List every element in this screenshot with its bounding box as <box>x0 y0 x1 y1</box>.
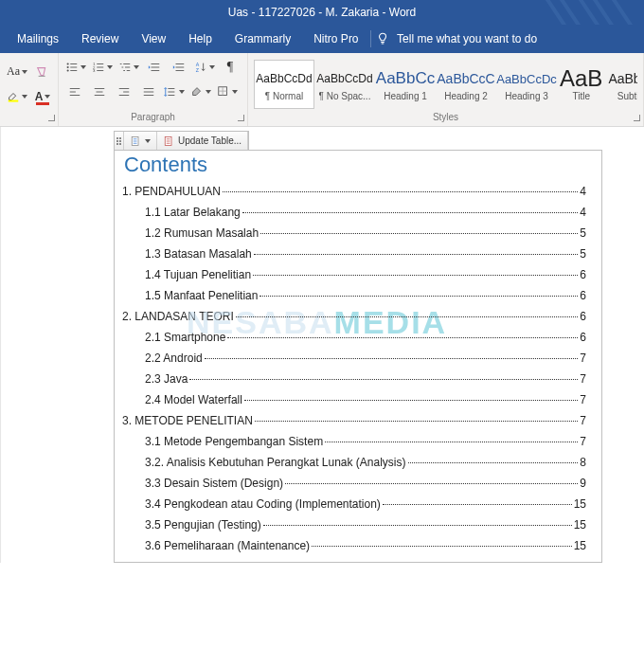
toc-entry[interactable]: 1.1 Latar Belakang 4 <box>122 206 586 219</box>
ribbon-tab-mailings[interactable]: Mailings <box>6 25 70 53</box>
toc-page-number: 5 <box>580 247 586 261</box>
ribbon-tab-help[interactable]: Help <box>177 25 224 53</box>
paragraph-group-label: Paragraph <box>59 111 247 126</box>
document-area[interactable]: Update Table... Contents NESABAMEDIA 1. … <box>0 127 644 563</box>
svg-text:A: A <box>196 62 200 67</box>
align-center-button[interactable] <box>89 81 110 102</box>
borders-button[interactable] <box>216 81 239 102</box>
svg-text:Z: Z <box>196 67 200 73</box>
lightbulb-icon <box>376 32 389 45</box>
update-table-label: Update Table... <box>178 135 242 146</box>
toc-page-number: 9 <box>580 477 586 490</box>
font-group-label <box>0 111 58 126</box>
toc-page-number: 7 <box>580 393 586 406</box>
window-title: Uas - 117227026 - M. Zakaria - Word <box>228 6 417 19</box>
style-item-heading-3[interactable]: AaBbCcDcHeading 3 <box>496 60 557 109</box>
svg-rect-5 <box>9 99 19 101</box>
toc-menu-button[interactable] <box>124 132 157 150</box>
toc-entry[interactable]: 2.2 Android 7 <box>122 352 586 365</box>
toc-entry[interactable]: 2.3 Java 7 <box>122 372 586 386</box>
toc-entry[interactable]: 2. LANDASAN TEORI 6 <box>122 310 586 323</box>
toc-page-number: 6 <box>580 289 586 302</box>
svg-point-8 <box>67 69 69 71</box>
show-marks-button[interactable]: ¶ <box>220 57 241 78</box>
clear-formatting-button[interactable] <box>32 62 53 82</box>
tell-me-label: Tell me what you want to do <box>397 32 537 45</box>
sort-button[interactable]: AZ <box>193 57 216 78</box>
toc-entry[interactable]: 1. PENDAHULUAN 4 <box>122 185 586 198</box>
line-spacing-button[interactable] <box>163 81 186 102</box>
toc-frame[interactable]: Update Table... Contents NESABAMEDIA 1. … <box>114 150 602 563</box>
toc-page-number: 4 <box>580 185 586 198</box>
toc-entry[interactable]: 3.2. Analisis Kebutuhan Perangkat Lunak … <box>122 456 586 469</box>
toc-page-number: 6 <box>580 268 586 281</box>
ribbon-tab-view[interactable]: View <box>130 25 177 53</box>
toc-drag-handle[interactable] <box>115 132 124 150</box>
toc-title: Contents <box>122 151 586 177</box>
toc-page-number: 6 <box>580 331 586 344</box>
document-icon <box>130 135 141 147</box>
toc-page-number: 7 <box>580 414 586 427</box>
toc-entry[interactable]: 3.1 Metode Pengembangan Sistem 7 <box>122 435 586 448</box>
align-left-button[interactable] <box>64 81 85 102</box>
tell-me-box[interactable]: Tell me what you want to do <box>376 32 537 45</box>
ribbon-tab-separator <box>370 30 371 47</box>
font-group: Aa A <box>0 53 59 126</box>
toc-toolbar: Update Table... <box>114 131 249 151</box>
titlebar-decor <box>530 0 644 25</box>
title-bar: Uas - 117227026 - M. Zakaria - Word <box>0 0 644 25</box>
toc-entry[interactable]: 3.3 Desain Sistem (Design) 9 <box>122 477 586 490</box>
page-refresh-icon <box>163 135 174 147</box>
change-case-button[interactable]: Aa <box>6 62 28 82</box>
align-right-button[interactable] <box>114 81 134 102</box>
svg-point-6 <box>67 63 69 64</box>
toc-list: 1. PENDAHULUAN 41.1 Latar Belakang 41.2 … <box>122 185 586 552</box>
toc-page-number: 15 <box>574 518 586 532</box>
paragraph-group: 123 AZ ¶ Paragraph <box>59 53 248 126</box>
toc-entry[interactable]: 3.4 Pengkodean atau Coding (Implementati… <box>122 497 586 511</box>
toc-page-number: 4 <box>580 206 586 219</box>
toc-entry[interactable]: 3. METODE PENELITIAN 7 <box>122 414 586 427</box>
ribbon-tab-nitro-pro[interactable]: Nitro Pro <box>302 25 369 53</box>
highlight-color-button[interactable] <box>6 86 28 107</box>
ribbon: Aa A <box>0 53 644 127</box>
style-item-title[interactable]: AaBTitle <box>557 60 605 109</box>
toc-entry[interactable]: 1.4 Tujuan Penelitian 6 <box>122 268 586 281</box>
numbering-button[interactable]: 123 <box>91 57 114 78</box>
update-table-button[interactable]: Update Table... <box>157 132 248 150</box>
style-item--no-spac-[interactable]: AaBbCcDd¶ No Spac... <box>314 60 375 109</box>
font-color-button[interactable]: A <box>32 86 53 107</box>
toc-page-number: 15 <box>574 497 586 511</box>
toc-entry[interactable]: 3.6 Pemeliharaan (Maintenance) 15 <box>122 539 586 552</box>
style-item-heading-2[interactable]: AaBbCcCHeading 2 <box>436 60 496 109</box>
svg-line-4 <box>611 0 639 25</box>
styles-group-label: Styles <box>248 111 643 126</box>
svg-text:3: 3 <box>93 68 96 73</box>
bullets-button[interactable] <box>64 57 87 78</box>
ribbon-tabs: MailingsReviewViewHelpGrammarlyNitro Pro… <box>0 25 644 53</box>
toc-page-number: 7 <box>580 352 586 365</box>
shading-button[interactable] <box>189 81 212 102</box>
page-edge <box>0 127 1 563</box>
toc-page-number: 7 <box>580 435 586 448</box>
ribbon-tab-review[interactable]: Review <box>70 25 130 53</box>
toc-entry[interactable]: 3.5 Pengujian (Testing) 15 <box>122 518 586 532</box>
toc-entry[interactable]: 1.2 Rumusan Masalah 5 <box>122 226 586 240</box>
style-item-subtit[interactable]: AaBbCSubtit <box>605 60 637 109</box>
styles-group: AaBbCcDd¶ NormalAaBbCcDd¶ No Spac...AaBb… <box>248 53 644 126</box>
style-item-heading-1[interactable]: AaBbCcHeading 1 <box>375 60 436 109</box>
toc-entry[interactable]: 1.3 Batasan Masalah 5 <box>122 247 586 261</box>
ribbon-tab-grammarly[interactable]: Grammarly <box>224 25 302 53</box>
style-item--normal[interactable]: AaBbCcDd¶ Normal <box>254 60 314 109</box>
toc-entry[interactable]: 2.4 Model Waterfall 7 <box>122 393 586 406</box>
style-gallery[interactable]: AaBbCcDd¶ NormalAaBbCcDd¶ No Spac...AaBb… <box>254 60 637 109</box>
decrease-indent-button[interactable] <box>144 57 165 78</box>
toc-page-number: 7 <box>580 372 586 386</box>
toc-entry[interactable]: 2.1 Smartphone 6 <box>122 331 586 344</box>
increase-indent-button[interactable] <box>169 57 189 78</box>
svg-point-7 <box>67 66 69 68</box>
toc-entry[interactable]: 1.5 Manfaat Penelitian 6 <box>122 289 586 302</box>
toc-page-number: 15 <box>574 539 586 552</box>
multilevel-list-button[interactable] <box>117 57 140 78</box>
justify-button[interactable] <box>138 81 159 102</box>
